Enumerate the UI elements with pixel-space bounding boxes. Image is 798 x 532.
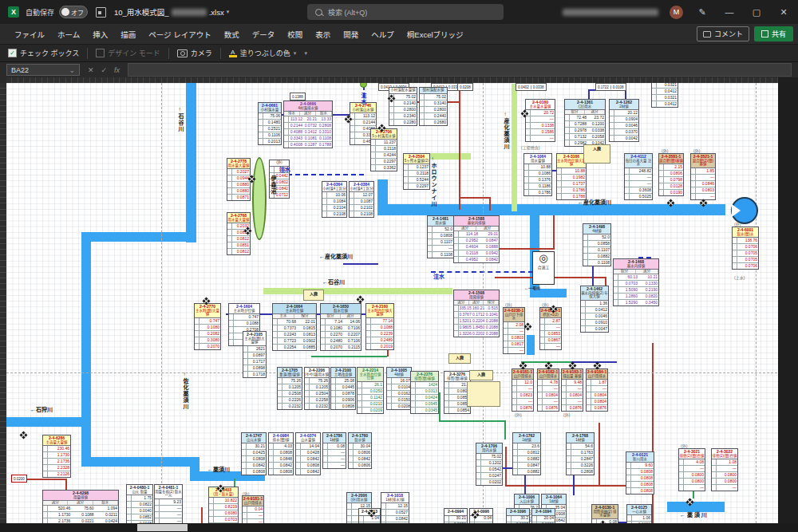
table-box-2-4-4112[interactable]: 2-4-4112毎日の蒸大量 注水·248.82·—·—·0.3608·0.50… xyxy=(624,153,653,200)
table-box-2-4-0384[interactable]: 2-4-0384小村落4工区分·12.07·0.1087·0.2102·0.21… xyxy=(349,181,374,218)
tab-1[interactable]: ホーム xyxy=(51,26,86,43)
table-box-2-4-1462[interactable]: 2-4-1462基水内排値(2) 年保大値·1.36·0.0412·0.0046… xyxy=(580,286,609,333)
table-box-2-4-0160[interactable]: 2-4-0160主水量水量値·20.72·—·0.1338·0.1586·— xyxy=(525,99,555,142)
mini-value-box[interactable]: 0.04020.0338 xyxy=(516,83,547,91)
table-box-2-4-0258-1[interactable]: 2-4-0258-1県区+1(2)·2.87·—·0.0853·0.0867·— xyxy=(539,307,562,350)
search-input[interactable]: 検索 (Alt+Q) xyxy=(307,4,504,20)
table-box-2-4-1650[interactable]: 2-4-1650取水仕値取分送分·7.1414.06·0.10800.7106·… xyxy=(320,303,361,351)
note-box[interactable]: 入鹿 xyxy=(303,290,324,301)
cancel-icon[interactable]: ✕ xyxy=(88,66,94,74)
tab-10[interactable]: ヘルプ xyxy=(365,26,401,43)
table-box-2-4-3021[interactable]: 2-4-3021排他(2)(簡)台値·4.08·—·0.0800·0.0800·… xyxy=(678,448,705,491)
table-box-2-4-9182-1[interactable]: 2-4-9182-1山戸用排水·4.78·—·0.0804·—·0.0876 xyxy=(537,368,559,412)
table-box-2-4-1786[interactable]: 2-4-17861材値·0.08·—·—·— xyxy=(322,432,346,469)
table-box-2-4-2105[interactable]: 2-4-2105主水時(簡)大量値·2621·0.0897·0.1717·0.0… xyxy=(243,331,267,378)
table-box-2-4-1760[interactable]: 2-4-1760取水値·30.04·0.0806·0.0842·0.0806 xyxy=(348,432,372,469)
pen-icon[interactable]: ✎ xyxy=(694,7,710,18)
tab-5[interactable]: 数式 xyxy=(218,26,246,43)
table-box-2-4-0984[interactable]: 2-4-0984排水(簡)値·4.03·0.0808·0.0848·0.0842… xyxy=(268,432,294,475)
table-box-2-4-1706[interactable]: 2-4-1706用内水値·75.02·0.1202·0.0542·0.0247·… xyxy=(476,443,503,486)
column-headers[interactable] xyxy=(6,77,778,83)
enter-icon[interactable]: ✓ xyxy=(101,66,108,74)
mini-value-box[interactable]: 0.1388 xyxy=(290,93,306,100)
camera-tool-button[interactable]: カメラ xyxy=(177,48,212,58)
avatar[interactable]: M xyxy=(670,6,683,19)
table-box-2-4-3166[interactable]: 2-4-3166主水時台仕値大量値·10.88·0.1982·0.1737·0.… xyxy=(556,153,587,200)
tab-3[interactable]: 描画 xyxy=(114,26,142,43)
table-box-2-4-0238-1[interactable]: 2-4-0238-1山戸戸下排水·2.08·—·0.0803·0.0817·— xyxy=(503,307,525,354)
table-box-2-4-3581-1[interactable]: 2-4-3581-1混合肥(簡)基値·2.15·0.0806·0.0798·0.… xyxy=(658,153,684,196)
close-button[interactable]: ✕ xyxy=(776,7,792,18)
mini-value-box[interactable]: 0.0200 xyxy=(11,475,27,483)
tab-11[interactable]: 桐Excelブリッジ xyxy=(401,26,470,43)
table-box-2-4-2706[interactable]: 2-4-27065ヶ村落用水値·11.237·0.2118·0.4244·0.2… xyxy=(370,128,397,171)
table-box-2-4-2276[interactable]: 2-4-2276排質(簡)基値·1424·0.0313·0.0424·0.094… xyxy=(410,371,439,414)
table-box-2-4-1762[interactable]: 2-4-17621材値·23.6·0.0812·0.0882·0.0847·0.… xyxy=(512,432,541,475)
confluence-symbol[interactable]: ◎合流工 xyxy=(532,251,555,285)
table-box-2-4-1262[interactable]: 2-4-12622材値·20.12·0.0904·0.0046·0.0370·0… xyxy=(609,99,639,142)
table-box-2-4-2504[interactable]: 2-4-25045ヶ所水量値(2)·0.1237·0.2118·0.5244·0… xyxy=(403,153,430,190)
table-box-2-4-2100[interactable]: 2-4-2100土地改良値·25.08·0.0445·0.0878·0.0906… xyxy=(330,367,356,410)
table-box-2-4-3022[interactable]: 2-4-3022排他(2)(簡)台値·1.08·—·0.0800·0.0800·… xyxy=(711,448,738,491)
pump-circle[interactable] xyxy=(731,197,758,224)
table-box-2-4-9184-1[interactable]: 2-4-9184-1山戸用排水·1.87·—·0.0804·0.0804·0.0… xyxy=(586,368,608,412)
table-box-2-4-1588[interactable]: 2-4-1588基化内排値送分送分·114.1829.01·0.29520.08… xyxy=(453,215,500,263)
tab-8[interactable]: 表示 xyxy=(309,26,337,43)
toolbar-overflow-button[interactable]: ▾ xyxy=(304,50,307,57)
autosave-toggle[interactable]: オフ xyxy=(59,6,88,18)
tab-6[interactable]: データ xyxy=(246,26,282,43)
restore-button[interactable]: ▢ xyxy=(749,7,764,18)
table-box-2-4-6286[interactable]: 2-4-6286主容量大量値·230.46·1.1730·2.1736·2.23… xyxy=(42,435,71,478)
table-box-2-4-2160[interactable]: 2-4-2160主水時台仕値大量値·77.14·0.1088·0.2239·0.… xyxy=(365,303,394,350)
minimize-button[interactable]: — xyxy=(721,7,737,17)
table-box-2-4-1064[interactable]: 2-4-1064用水量値·10.88·0.1086·0.1376·0.1186·… xyxy=(523,153,552,196)
table-box-2-4-1481[interactable]: 2-4-1481用水値·52.0·0.0808·0.1107·—·0.1108 xyxy=(427,215,454,258)
note-box[interactable]: 入鹿 xyxy=(448,353,471,364)
tab-4[interactable]: ページ レイアウト xyxy=(142,26,217,43)
note-box[interactable]: 入鹿 xyxy=(583,144,610,164)
table-box-2-4-1768[interactable]: 2-4-17681材値·54.6·0.1763·0.2847·0.3226·0.… xyxy=(566,432,595,475)
tab-0[interactable]: ファイル xyxy=(8,26,51,43)
table-box-anon[interactable]: 保村落配水値·75.02·0.3140·0.2800·0.2440·0.2680 xyxy=(419,87,448,126)
note-box[interactable]: 入鹿 xyxy=(469,370,493,380)
table-box-2-4-2214[interactable]: 2-4-2214主水時台仕値 仕値·26.1·0.0250·0.1142·0.0… xyxy=(357,367,384,414)
checkbox-tool-button[interactable]: ✓ チェック ボックス xyxy=(8,48,79,58)
pond-ellipse[interactable] xyxy=(252,157,267,240)
table-box-2-4-1747[interactable]: 2-4-1747山元水値·30.21·0.0425·0.0808·0.0842·… xyxy=(241,432,267,475)
table-box-2-4-0480-1[interactable]: 2-4-0480-1山元 取量·1.75·0.0822·0.0040·0.085… xyxy=(126,484,153,527)
table-box-2-4-3521-1[interactable]: 2-4-3521-1混合肥(2)(簡)基値·1.85·—·0.0846·0.08… xyxy=(690,153,716,200)
tab-7[interactable]: 校閲 xyxy=(281,26,309,43)
formula-input[interactable] xyxy=(128,63,792,77)
table-box-2-4-0364[interactable]: 2-4-0364小村落4工区分·10.06·0.1084·0.2104·0.21… xyxy=(322,181,347,218)
table-box-2-4-6001[interactable]: 2-4-6001取水(簡)水·138.76·0.0706·0.0705·0.07… xyxy=(732,227,759,270)
share-button[interactable]: 共有 xyxy=(754,26,793,41)
table-box-2-4-1508[interactable]: 2-4-1508用発排値送分送分排分·335.15160.210.515·0.3… xyxy=(453,290,500,337)
document-title[interactable]: 10_用水模式図_ .xlsx ▾ xyxy=(114,6,229,18)
table-box-2-4-2770[interactable]: 2-4-2770主水時(簡)大量値·0.747·0.1080·0.2082·0.… xyxy=(194,303,221,350)
note-box[interactable] xyxy=(467,381,500,407)
sheet-tab-notch[interactable] xyxy=(137,524,188,531)
tab-9[interactable]: 開発 xyxy=(337,26,365,43)
table-box-2-4-1664[interactable]: 2-4-1664主水時仕値主水緑分·70.6822.01·0.73730.081… xyxy=(272,303,317,351)
table-box-2-4-1498[interactable]: 2-4-14984材値·52.0·0.0858·0.1107·0.0882·0.… xyxy=(583,223,611,266)
table-box-2-4-0666[interactable]: 2-4-06664村落排水値排水送分取水·113.1220.2113.33·0.… xyxy=(283,100,333,148)
fill-color-button[interactable]: A 塗りつぶしの色 ▾ xyxy=(229,48,297,58)
save-icon[interactable] xyxy=(96,7,106,18)
table-box-2-4-1361[interactable]: 2-4-1361(注)用水取分送分·72.4823.72·0.72880.120… xyxy=(564,99,606,147)
tab-2[interactable]: 挿入 xyxy=(86,26,114,43)
table-box-2-4-9183-1[interactable]: 2-4-9183-1排出量 基値·9.48·—·0.0804·—·0.0876 xyxy=(561,368,583,412)
table-box-2-4-1705[interactable]: 2-4-1705集落(簡)量値·75.26·0.1205·0.2508·0.22… xyxy=(277,367,302,410)
table-box-2-4-2206[interactable]: 2-4-2206(やや)雑用水値·75.26·0.1205·0.2504·0.2… xyxy=(304,367,330,410)
comments-button[interactable]: コメント xyxy=(697,26,749,41)
mini-value-box[interactable]: 0.17220.0108 xyxy=(595,83,626,91)
table-box-2-4-0661[interactable]: 2-4-0661小村落水量·75.06·0.1480·0.2521·0.1106… xyxy=(258,102,282,145)
table-box-anon[interactable]: 小村落配水量値·75.02·0.2140·0.2800·0.2340·0.228… xyxy=(389,87,417,126)
table-box-2-4-1005[interactable]: 2-4-10054材値·16.07·0.0104·0.0162·0.0150·0… xyxy=(386,367,412,410)
table-box-2-4-0121[interactable]: 2-4-0121新川用水·9.60·0.0808·0.0808·0.0808·0… xyxy=(626,451,654,495)
table-box-2-4-0374[interactable]: 2-4-0374山水量値·14.04·0.0428·0.0842·0.0808·… xyxy=(295,432,321,475)
table-box-2-4-2778[interactable]: 2-4-2778用水量大量値·0.2027·0.0944·0.0880·0.08… xyxy=(227,158,251,201)
select-all-corner[interactable] xyxy=(0,77,6,83)
name-box[interactable]: BA22 ⌄ xyxy=(6,64,80,76)
table-box-2-4-1468[interactable]: 2-4-1468基水内排値取分送分·60.1310.21·0.07030.133… xyxy=(613,258,659,306)
table-box-anon[interactable]: ·0.0321·0.0412·0.0321·0.0412 xyxy=(651,81,678,108)
